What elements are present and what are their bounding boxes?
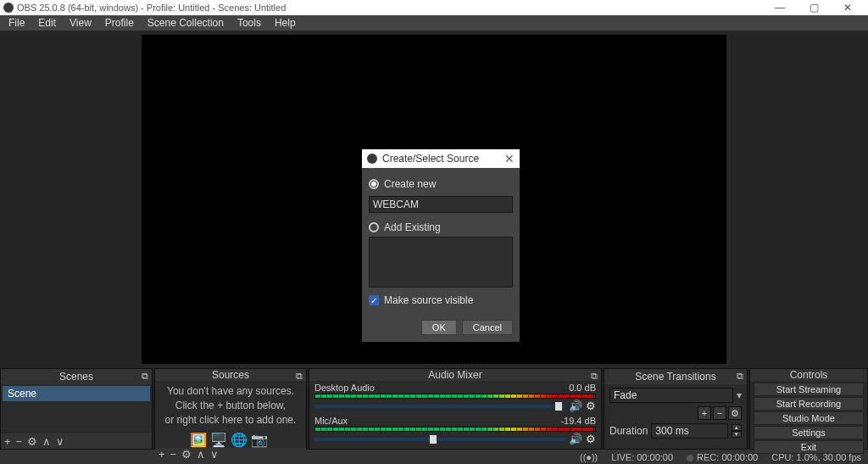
channel-name: Mic/Aux: [314, 416, 348, 426]
menu-tools[interactable]: Tools: [231, 17, 268, 29]
sources-list[interactable]: You don't have any sources. Click the + …: [155, 381, 306, 448]
scene-down-button[interactable]: ∨: [56, 435, 64, 448]
create-source-dialog: Create/Select Source ✕ Create new Add Ex…: [362, 149, 520, 342]
existing-sources-list[interactable]: [369, 237, 513, 288]
dialog-close-icon[interactable]: ✕: [504, 152, 515, 165]
duration-down[interactable]: ▾: [732, 431, 742, 438]
start-recording-button[interactable]: Start Recording: [754, 397, 864, 411]
sources-dock: Sources ⧉ You don't have any sources. Cl…: [154, 368, 307, 450]
mixer-channel: Mic/Aux -19.4 dB 🔊 ⚙: [314, 416, 596, 445]
channel-db: -19.4 dB: [560, 416, 596, 426]
scene-up-button[interactable]: ∧: [42, 435, 51, 448]
add-source-button[interactable]: +: [159, 448, 165, 461]
radio-add-existing[interactable]: Add Existing: [369, 221, 513, 233]
main-area: Create/Select Source ✕ Create new Add Ex…: [0, 31, 868, 368]
scene-settings-button[interactable]: ⚙: [27, 435, 37, 448]
check-icon: ✓: [369, 295, 379, 305]
channel-db: 0.0 dB: [569, 383, 596, 393]
source-name-input[interactable]: [369, 196, 513, 213]
duration-input[interactable]: 300 ms: [651, 423, 728, 439]
source-up-button[interactable]: ∧: [197, 448, 205, 461]
audio-meter: [314, 427, 596, 432]
status-rec: REC: 00:00:00: [697, 452, 758, 462]
window-maximize[interactable]: ▢: [797, 0, 831, 15]
dialog-titlebar[interactable]: Create/Select Source ✕: [362, 149, 520, 168]
window-titlebar: OBS 25.0.8 (64-bit, windows) - Profile: …: [0, 0, 868, 15]
menu-view[interactable]: View: [63, 17, 98, 29]
obs-icon: [3, 3, 14, 13]
audio-meter: [314, 394, 596, 399]
source-type-icons: 🖼️🖥️🌐📷: [155, 432, 306, 448]
menu-file[interactable]: File: [2, 17, 31, 29]
obs-icon: [367, 154, 377, 164]
sources-toolbar: + − ⚙ ∧ ∨: [155, 448, 306, 461]
remove-scene-button[interactable]: −: [16, 435, 23, 448]
menu-bar: File Edit View Profile Scene Collection …: [0, 15, 868, 31]
transitions-dock: Scene Transitions ⧉ Fade ▾ + − ⚙ Duratio…: [604, 368, 748, 450]
checkbox-make-visible[interactable]: ✓ Make source visible: [369, 294, 513, 306]
settings-button[interactable]: Settings: [754, 426, 864, 439]
audio-mixer-dock: Audio Mixer ⧉ Desktop Audio 0.0 dB 🔊 ⚙: [309, 368, 602, 450]
duration-label: Duration: [609, 425, 648, 437]
mute-icon[interactable]: 🔊: [569, 433, 582, 445]
scene-item[interactable]: Scene: [3, 386, 150, 401]
controls-title: Controls: [750, 369, 867, 381]
scenes-title: Scenes ⧉: [1, 369, 152, 384]
transition-select[interactable]: Fade: [609, 388, 733, 403]
cancel-button[interactable]: Cancel: [462, 320, 513, 335]
scenes-dock: Scenes ⧉ Scene + − ⚙ ∧ ∨: [0, 368, 153, 450]
docks: Scenes ⧉ Scene + − ⚙ ∧ ∨ Sources ⧉ You d…: [0, 368, 868, 450]
broadcast-icon: ((●)): [580, 452, 598, 462]
menu-scene-collection[interactable]: Scene Collection: [141, 17, 231, 29]
transition-add-button[interactable]: +: [698, 406, 711, 420]
window-close[interactable]: ✕: [831, 0, 865, 15]
remove-source-button[interactable]: −: [170, 448, 177, 461]
transition-settings-button[interactable]: ⚙: [728, 406, 742, 420]
menu-help[interactable]: Help: [268, 17, 303, 29]
mute-icon[interactable]: 🔊: [569, 400, 582, 412]
popout-icon[interactable]: ⧉: [737, 371, 743, 382]
channel-name: Desktop Audio: [314, 383, 375, 393]
controls-dock: Controls Start Streaming Start Recording…: [749, 368, 868, 450]
exit-button[interactable]: Exit: [754, 440, 864, 454]
studio-mode-button[interactable]: Studio Mode: [754, 411, 864, 425]
source-down-button[interactable]: ∨: [210, 448, 219, 461]
menu-edit[interactable]: Edit: [31, 17, 63, 29]
window-title: OBS 25.0.8 (64-bit, windows) - Profile: …: [17, 3, 286, 13]
volume-slider[interactable]: [314, 438, 565, 441]
sources-title: Sources ⧉: [155, 369, 306, 381]
window-minimize[interactable]: —: [763, 0, 797, 15]
radio-icon: [369, 179, 379, 189]
add-scene-button[interactable]: +: [4, 435, 11, 448]
popout-icon[interactable]: ⧉: [142, 371, 148, 382]
status-live: LIVE: 00:00:00: [611, 452, 673, 462]
sources-empty-line: Click the + button below,: [160, 399, 301, 413]
channel-settings-icon[interactable]: ⚙: [586, 400, 596, 412]
radio-icon: [369, 222, 379, 232]
radio-add-existing-label: Add Existing: [384, 221, 441, 233]
duration-up[interactable]: ▴: [732, 424, 742, 431]
source-settings-button[interactable]: ⚙: [181, 448, 192, 461]
status-bar: ((●)) LIVE: 00:00:00 REC: 00:00:00 CPU: …: [0, 450, 868, 464]
transitions-title: Scene Transitions ⧉: [604, 369, 747, 384]
checkbox-make-visible-label: Make source visible: [384, 294, 473, 306]
volume-slider[interactable]: [314, 405, 565, 408]
start-streaming-button[interactable]: Start Streaming: [754, 383, 864, 396]
mixer-channel: Desktop Audio 0.0 dB 🔊 ⚙: [314, 383, 596, 412]
sources-empty-line: or right click here to add one.: [160, 413, 301, 428]
dialog-title: Create/Select Source: [382, 153, 479, 165]
rec-dot-icon: [687, 455, 693, 461]
menu-profile[interactable]: Profile: [98, 17, 141, 29]
radio-create-new-label: Create new: [384, 178, 436, 190]
channel-settings-icon[interactable]: ⚙: [586, 433, 596, 445]
ok-button[interactable]: OK: [421, 320, 457, 335]
transition-remove-button[interactable]: −: [713, 406, 726, 420]
scenes-toolbar: + − ⚙ ∧ ∨: [1, 433, 152, 449]
mixer-title: Audio Mixer ⧉: [309, 369, 601, 381]
sources-empty-line: You don't have any sources.: [160, 384, 301, 399]
radio-create-new[interactable]: Create new: [369, 178, 513, 190]
